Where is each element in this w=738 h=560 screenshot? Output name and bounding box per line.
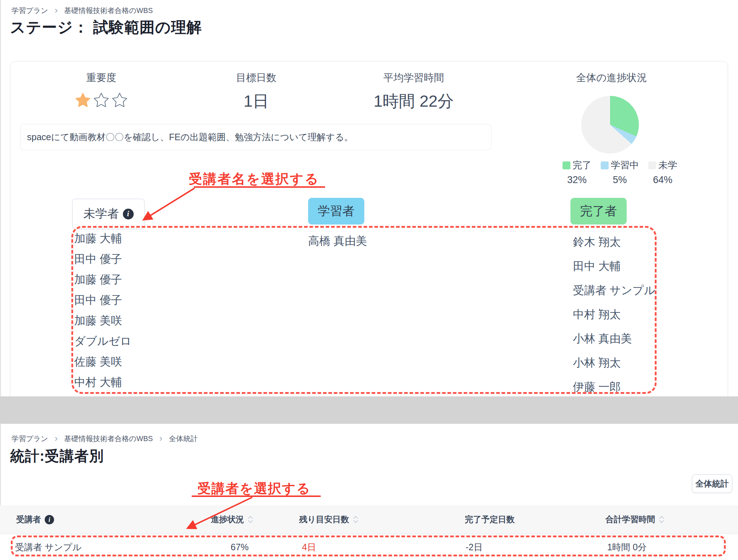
target-days-label: 目標日数 bbox=[236, 71, 276, 85]
legend-swatch-learning bbox=[601, 161, 609, 169]
legend-swatch-done bbox=[563, 161, 570, 169]
annotation-select-student: 受講者を選択する bbox=[191, 480, 317, 498]
student-name-link[interactable]: 加藤 美咲 bbox=[74, 315, 132, 327]
sort-icon[interactable] bbox=[353, 516, 359, 523]
stage-section: 学習プラン 基礎情報技術者合格のWBS ステージ： 試験範囲の理解 重要度 目標… bbox=[0, 0, 738, 396]
breadcrumb-wbs[interactable]: 基礎情報技術者合格のWBS bbox=[64, 434, 153, 444]
legend-item-done: 完了 32% bbox=[563, 159, 591, 186]
student-name-link[interactable]: 高橋 真由美 bbox=[308, 235, 367, 247]
legend-label-done: 完了 bbox=[573, 159, 591, 172]
student-name-link[interactable]: 小林 真由美 bbox=[573, 333, 655, 345]
chevron-right-icon bbox=[54, 435, 58, 443]
learning-name-list: 高橋 真由美 bbox=[308, 235, 367, 247]
table-header-scheduled-days[interactable]: 完了予定日数 bbox=[465, 505, 515, 534]
section-divider bbox=[0, 396, 738, 424]
breadcrumb-learning-plan[interactable]: 学習プラン bbox=[12, 6, 48, 15]
table-header-student-label: 受講者 bbox=[16, 514, 41, 525]
student-name-link[interactable]: 受講者 サンプル bbox=[573, 284, 655, 297]
table-header-scheduled-days-label: 完了予定日数 bbox=[465, 514, 515, 525]
overall-progress-label: 全体の進捗状況 bbox=[576, 71, 647, 85]
importance-stars bbox=[75, 92, 128, 109]
page-title: ステージ： 試験範囲の理解 bbox=[10, 17, 202, 37]
left-edge-divider bbox=[0, 0, 1, 396]
annotation-select-student-name: 受講者名を選択する bbox=[187, 170, 321, 188]
chevron-right-icon bbox=[54, 6, 58, 15]
progress-pie-chart bbox=[581, 96, 639, 154]
table-header-progress[interactable]: 進捗状況 bbox=[211, 505, 253, 534]
student-name-link[interactable]: 田中 大輔 bbox=[573, 260, 655, 272]
sort-icon[interactable] bbox=[248, 516, 253, 523]
column-header-notyet: 未学者 bbox=[72, 199, 145, 229]
table-header-total-time-label: 合計学習時間 bbox=[605, 514, 655, 525]
info-icon[interactable] bbox=[45, 515, 54, 524]
annotation-dashed-highlight-names bbox=[71, 226, 657, 394]
star-filled-icon bbox=[75, 92, 92, 109]
column-header-learning: 学習者 bbox=[308, 198, 364, 225]
student-name-link[interactable]: ダブルゼロ bbox=[74, 335, 132, 347]
sort-icon[interactable] bbox=[659, 516, 664, 523]
avg-study-time-value: 1時間 22分 bbox=[374, 90, 454, 112]
breadcrumb-learning-plan[interactable]: 学習プラン bbox=[12, 434, 48, 444]
pie-legend: 完了 32% 学習中 5% 未学 64% bbox=[563, 159, 677, 186]
legend-percent-notyet: 64% bbox=[653, 174, 672, 186]
column-header-done: 完了者 bbox=[570, 198, 627, 225]
avg-study-time-label: 平均学習時間 bbox=[383, 71, 444, 85]
legend-percent-done: 32% bbox=[567, 174, 587, 186]
chevron-right-icon bbox=[159, 435, 163, 443]
table-header-row: 受講者 進捗状況 残り目安日数 完了予定日数 合計学習時間 bbox=[0, 505, 738, 534]
breadcrumb: 学習プラン 基礎情報技術者合格のWBS bbox=[12, 6, 153, 15]
star-outline-icon bbox=[111, 92, 128, 109]
annotation-dashed-highlight-row bbox=[11, 535, 726, 556]
student-name-link[interactable]: 中村 大輔 bbox=[74, 376, 132, 388]
table-header-total-time[interactable]: 合計学習時間 bbox=[605, 505, 664, 534]
student-name-link[interactable]: 小林 翔太 bbox=[573, 357, 655, 369]
breadcrumb-wbs[interactable]: 基礎情報技術者合格のWBS bbox=[64, 6, 153, 15]
table-header-remaining-days[interactable]: 残り目安日数 bbox=[299, 505, 359, 534]
page: { "colors": { "annotation_red": "#f5392d… bbox=[0, 0, 738, 560]
legend-percent-learning: 5% bbox=[613, 174, 627, 186]
breadcrumb-overall-stats[interactable]: 全体統計 bbox=[169, 434, 198, 444]
breadcrumb: 学習プラン 基礎情報技術者合格のWBS 全体統計 bbox=[12, 434, 198, 444]
student-name-link[interactable]: 伊藤 一郎 bbox=[573, 381, 655, 393]
done-name-list: 鈴木 翔太 田中 大輔 受講者 サンプル 中村 翔太 小林 真由美 小林 翔太 … bbox=[573, 236, 655, 405]
student-name-link[interactable]: 加藤 優子 bbox=[74, 274, 132, 286]
table-header-student: 受講者 bbox=[16, 505, 54, 534]
student-name-link[interactable]: 中村 翔太 bbox=[573, 308, 655, 321]
legend-item-notyet: 未学 64% bbox=[648, 159, 677, 186]
target-days-value: 1日 bbox=[244, 90, 269, 112]
statistics-section: 学習プラン 基礎情報技術者合格のWBS 全体統計 統計:受講者別 全体統計 受講… bbox=[0, 424, 738, 560]
table-header-remaining-days-label: 残り目安日数 bbox=[299, 514, 349, 525]
table-header-progress-label: 進捗状況 bbox=[211, 514, 244, 525]
legend-label-notyet: 未学 bbox=[658, 159, 677, 172]
legend-label-learning: 学習中 bbox=[611, 159, 639, 172]
importance-label: 重要度 bbox=[86, 71, 116, 85]
statistics-title: 統計:受講者別 bbox=[10, 446, 104, 466]
student-name-link[interactable]: 田中 優子 bbox=[74, 253, 132, 265]
student-name-link[interactable]: 鈴木 翔太 bbox=[573, 236, 655, 248]
student-name-link[interactable]: 田中 優子 bbox=[74, 294, 132, 306]
stage-description: spaceにて動画教材〇〇を確認し、FEの出題範囲、勉強方法について理解する。 bbox=[20, 124, 492, 150]
column-header-notyet-label: 未学者 bbox=[84, 206, 119, 222]
legend-item-learning: 学習中 5% bbox=[601, 159, 639, 186]
student-name-link[interactable]: 加藤 大輔 bbox=[74, 232, 132, 245]
student-name-link[interactable]: 佐藤 美咲 bbox=[74, 356, 132, 368]
star-outline-icon bbox=[93, 92, 110, 109]
info-icon[interactable] bbox=[123, 209, 134, 219]
legend-swatch-notyet bbox=[648, 161, 656, 169]
notyet-name-list: 加藤 大輔 田中 優子 加藤 優子 田中 優子 加藤 美咲 ダブルゼロ 佐藤 美… bbox=[74, 232, 132, 397]
overall-stats-button[interactable]: 全体統計 bbox=[692, 474, 732, 493]
